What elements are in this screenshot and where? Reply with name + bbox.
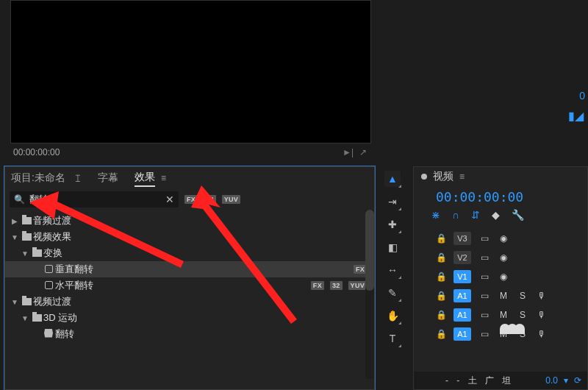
track-target-button[interactable]: A1	[453, 308, 471, 322]
track-toggle-d[interactable]: 🎙	[536, 291, 548, 301]
effects-panel: 项目:未命名 𝙸 字幕 效果 ≡ 🔍 ✕ FX 32 YUV ▶音频过渡▼视频效…	[4, 166, 375, 390]
settings-wrench-icon[interactable]: 🔧	[512, 209, 524, 221]
play-icon[interactable]: ►|	[343, 147, 354, 157]
effects-search-row: 🔍 ✕ FX 32 YUV	[5, 189, 374, 210]
track-toggle-d[interactable]: 🎙	[536, 329, 548, 339]
text-cursor-icon: 𝙸	[74, 172, 82, 185]
effects-search-input[interactable]	[29, 194, 161, 205]
filter-accelerated-icon[interactable]: FX	[184, 195, 198, 204]
linked-selection-icon[interactable]: ⇵	[471, 209, 480, 221]
type-tool[interactable]: T	[384, 330, 401, 347]
effect-badge-fx-icon: FX	[311, 281, 324, 290]
track-target-button[interactable]: V1	[453, 270, 471, 283]
scrollbar-thumb[interactable]	[365, 210, 374, 291]
track-toggle-a[interactable]: ▭	[478, 252, 490, 263]
tree-label: 垂直翻转	[55, 263, 354, 276]
track-header: 🔒V1▭◉	[421, 268, 587, 286]
tree-label: 3D 运动	[43, 311, 367, 325]
track-target-button[interactable]: A1	[453, 289, 471, 302]
track-toggle-b[interactable]: ◉	[498, 272, 509, 282]
effects-tree: ▶音频过渡▼视频效果▼变换垂直翻转FX水平翻转FX32YUV▼视频过渡▼3D 运…	[5, 213, 374, 342]
track-lock-icon[interactable]: 🔒	[436, 310, 446, 320]
tab-subtitles[interactable]: 字幕	[98, 170, 118, 186]
razor-tool[interactable]: ◧	[384, 239, 401, 255]
tree-row[interactable]: 垂直翻转FX	[5, 261, 374, 277]
track-lock-icon[interactable]: 🔒	[436, 329, 446, 339]
preset-icon	[42, 264, 55, 275]
submenu-indicator-icon	[398, 276, 401, 279]
tree-row[interactable]: ▼视频效果	[5, 229, 374, 245]
track-toggle-b[interactable]: M	[498, 310, 509, 320]
track-toggle-b[interactable]: ◉	[498, 233, 509, 244]
track-toggle-a[interactable]: ▭	[478, 291, 490, 301]
track-toggle-b[interactable]: ◉	[498, 252, 509, 263]
tree-row[interactable]: 水平翻转FX32YUV	[5, 277, 374, 294]
filter-yuv-icon[interactable]: YUV	[222, 195, 240, 204]
fx-icon	[42, 329, 55, 340]
tab-effects[interactable]: 效果	[135, 169, 155, 187]
folder-icon	[20, 232, 33, 243]
tree-label: 视频效果	[33, 230, 367, 244]
track-select-tool[interactable]: ⇥	[384, 194, 401, 210]
track-toggle-d[interactable]: 🎙	[536, 310, 548, 320]
track-header: 🔒A1▭MS🎙	[421, 306, 587, 324]
pen-tool[interactable]: ✎	[384, 285, 401, 301]
track-lock-icon[interactable]: 🔒	[436, 291, 446, 301]
track-toggle-a[interactable]: ▭	[478, 272, 490, 282]
slip-tool[interactable]: ↔	[384, 262, 401, 278]
tree-row[interactable]: ▶音频过渡	[5, 213, 374, 229]
track-toggle-a[interactable]: ▭	[478, 329, 490, 339]
footer-value[interactable]: 0.0	[545, 375, 558, 386]
track-target-button[interactable]: A1	[453, 327, 471, 341]
tree-row[interactable]: ▼变换	[5, 245, 374, 261]
track-lock-icon[interactable]: 🔒	[436, 233, 446, 244]
timeline-title[interactable]: 视频	[433, 170, 453, 183]
panel-menu-icon[interactable]: ≡	[161, 173, 166, 183]
track-target-button[interactable]: V3	[453, 232, 471, 245]
folder-icon	[20, 297, 33, 308]
preset-icon	[42, 280, 55, 291]
effects-scrollbar[interactable]	[365, 210, 374, 379]
timeline-menu-icon[interactable]: ≡	[459, 171, 465, 182]
tree-row[interactable]: ▼视频过渡	[5, 294, 374, 310]
filter-32bit-icon[interactable]: 32	[204, 195, 216, 204]
tab-project[interactable]: 项目:未命名	[11, 170, 65, 186]
folder-icon	[20, 216, 33, 227]
submenu-indicator-icon	[398, 299, 401, 302]
twisty-icon[interactable]: ▼	[10, 233, 20, 241]
tree-label: 变换	[43, 247, 367, 260]
track-toggle-c[interactable]: S	[517, 310, 528, 320]
hand-tool[interactable]: ✋	[384, 308, 401, 324]
ripple-edit-tool[interactable]: ✚	[384, 216, 401, 233]
tree-row[interactable]: 翻转	[5, 326, 374, 342]
timeline-timecode[interactable]: 00:00:00:00	[414, 186, 587, 206]
twisty-icon[interactable]: ▼	[20, 314, 30, 322]
add-marker-icon[interactable]: ◆	[492, 209, 500, 221]
search-icon: 🔍	[14, 194, 25, 205]
footer-reset-icon[interactable]: ⟳	[574, 375, 581, 386]
submenu-indicator-icon	[398, 208, 401, 210]
track-target-button[interactable]: V2	[453, 251, 471, 264]
tree-label: 视频过渡	[33, 295, 367, 308]
snap-icon[interactable]: ⋇	[431, 209, 440, 221]
track-toggle-b[interactable]: M	[498, 291, 509, 301]
footer-dropdown-icon[interactable]: ▾	[564, 375, 568, 386]
track-toggle-c[interactable]: S	[517, 291, 528, 301]
panel-dot-icon	[421, 174, 427, 180]
selection-tool[interactable]: ▲	[384, 171, 401, 187]
export-frame-icon[interactable]: ↗	[359, 147, 367, 157]
track-toggle-a[interactable]: ▭	[478, 310, 490, 320]
folder-icon	[30, 248, 43, 259]
panel-tabs: 项目:未命名 𝙸 字幕 效果 ≡	[5, 167, 374, 189]
magnet-icon[interactable]: ∩	[452, 209, 459, 221]
twisty-icon[interactable]: ▶	[10, 217, 20, 225]
track-lock-icon[interactable]: 🔒	[436, 252, 446, 263]
track-lock-icon[interactable]: 🔒	[436, 272, 446, 282]
ruler-zero: 0	[579, 90, 585, 102]
twisty-icon[interactable]: ▼	[10, 298, 20, 306]
twisty-icon[interactable]: ▼	[20, 249, 30, 258]
track-toggle-a[interactable]: ▭	[478, 233, 490, 244]
clear-search-icon[interactable]: ✕	[165, 194, 174, 205]
submenu-indicator-icon	[398, 344, 401, 347]
tree-row[interactable]: ▼3D 运动	[5, 310, 374, 326]
